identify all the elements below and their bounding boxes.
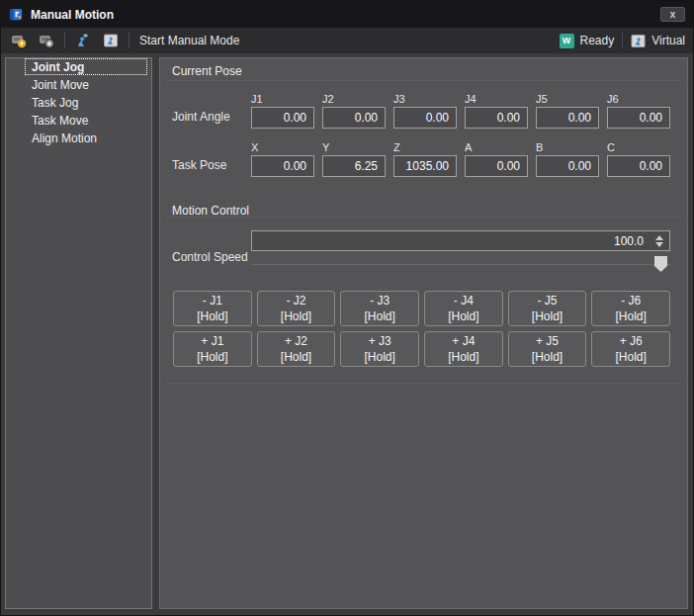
minus-j5-hold-button[interactable]: - J5[Hold] — [508, 291, 587, 326]
hold-label: [Hold] — [592, 308, 669, 324]
joint-angle-label: Joint Angle — [172, 110, 230, 124]
plus-j4-hold-button[interactable]: + J4[Hold] — [424, 331, 503, 367]
toolbar: Start Manual Mode W Ready Virtual — [1, 28, 693, 53]
control-speed-label: Control Speed — [172, 250, 248, 264]
hold-label: [Hold] — [509, 308, 586, 324]
field-label-j6: J6 — [607, 94, 670, 105]
robot-sync-button[interactable] — [37, 31, 56, 50]
minus-j1-hold-button[interactable]: - J1[Hold] — [173, 291, 252, 326]
sidebar-item-task-jog[interactable]: Task Jog — [6, 94, 151, 112]
minus-j2-hold-button[interactable]: - J2[Hold] — [257, 291, 336, 326]
sidebar-item-joint-jog[interactable]: Joint Jog — [6, 58, 151, 76]
field-label-j1: J1 — [251, 94, 314, 105]
j3-field[interactable]: 0.00 — [393, 107, 457, 129]
plus-j6-hold-button[interactable]: + J6[Hold] — [591, 331, 670, 367]
j1-value: 0.00 — [284, 111, 306, 125]
plus-j2-hold-button[interactable]: + J2[Hold] — [257, 331, 336, 367]
content-panel: Current Pose Joint Angle J10.00 J20.00 J… — [159, 57, 688, 609]
plus-j1-hold-button[interactable]: + J1[Hold] — [173, 331, 252, 367]
hold-label: [Hold] — [509, 349, 586, 365]
plus-j5-hold-button[interactable]: + J5[Hold] — [508, 331, 587, 367]
j4-value: 0.00 — [497, 111, 520, 125]
hold-label: [Hold] — [258, 308, 335, 324]
ready-status-label: Ready — [580, 34, 615, 47]
group-separator — [166, 383, 681, 384]
z-field[interactable]: 1035.00 — [393, 155, 457, 177]
jog-label: - J3 — [341, 293, 418, 308]
current-pose-title: Current Pose — [172, 64, 242, 78]
minus-j4-hold-button[interactable]: - J4[Hold] — [424, 291, 503, 326]
minus-j6-hold-button[interactable]: - J6[Hold] — [591, 291, 670, 326]
j4-field[interactable]: 0.00 — [465, 107, 528, 129]
spinner-down-icon[interactable] — [655, 242, 663, 247]
robot-add-button[interactable] — [9, 31, 29, 50]
window-title: Manual Motion — [31, 8, 114, 22]
slider-thumb[interactable] — [654, 256, 667, 272]
jog-label: - J2 — [258, 293, 335, 308]
spinner-up-icon[interactable] — [655, 235, 663, 240]
control-speed-slider[interactable] — [251, 256, 670, 274]
a-field[interactable]: 0.00 — [465, 155, 528, 177]
field-label-b: B — [536, 142, 599, 153]
joint-angle-fields: J10.00 J20.00 J30.00 J40.00 J50.00 J60.0… — [251, 94, 670, 129]
j5-field[interactable]: 0.00 — [536, 107, 599, 129]
field-label-j4: J4 — [465, 94, 528, 105]
field-label-c: C — [607, 142, 670, 153]
sidebar-item-align-motion[interactable]: Align Motion — [6, 130, 151, 147]
virtual-status-label: Virtual — [651, 34, 685, 47]
toolbar-separator — [129, 33, 130, 48]
hold-label: [Hold] — [258, 349, 335, 365]
app-icon — [9, 7, 24, 22]
main-area: Joint Jog Joint Move Task Jog Task Move … — [1, 53, 693, 615]
spinner-arrows — [653, 233, 665, 249]
toolbar-separator — [622, 33, 623, 48]
field-label-a: A — [465, 142, 528, 153]
plus-j3-hold-button[interactable]: + J3[Hold] — [340, 331, 419, 367]
jog-label: + J4 — [425, 333, 502, 349]
robot-add-icon — [11, 33, 27, 48]
c-field[interactable]: 0.00 — [607, 155, 670, 177]
jog-label: + J3 — [341, 333, 418, 349]
y-value: 6.25 — [355, 159, 378, 173]
hold-label: [Hold] — [174, 308, 251, 324]
x-value: 0.00 — [284, 159, 306, 173]
j3-value: 0.00 — [426, 111, 449, 125]
jog-label: + J6 — [592, 333, 669, 349]
start-manual-mode-button[interactable]: Start Manual Mode — [139, 34, 239, 47]
task-pose-fields: X0.00 Y6.25 Z1035.00 A0.00 B0.00 C0.00 — [251, 142, 670, 177]
toolbar-separator — [64, 33, 65, 48]
motion-mode-list: Joint Jog Joint Move Task Jog Task Move … — [5, 57, 152, 609]
field-label-x: X — [251, 142, 314, 153]
ready-badge-icon: W — [560, 34, 574, 48]
field-label-y: Y — [322, 142, 386, 153]
toolbar-status: W Ready Virtual — [560, 33, 685, 48]
j1-field[interactable]: 0.00 — [251, 107, 314, 129]
jog-buttons: - J1[Hold] - J2[Hold] - J3[Hold] - J4[Ho… — [173, 291, 670, 367]
sidebar-item-task-move[interactable]: Task Move — [6, 112, 151, 130]
jog-label: + J1 — [174, 333, 251, 349]
manual-motion-window: Manual Motion x — [0, 0, 694, 616]
b-field[interactable]: 0.00 — [536, 155, 599, 177]
control-speed-spinner[interactable]: 100.0 — [251, 230, 670, 251]
motion-control-title: Motion Control — [172, 204, 249, 218]
j6-value: 0.00 — [640, 111, 662, 125]
minus-j3-hold-button[interactable]: - J3[Hold] — [340, 291, 419, 326]
virtual-robot-button[interactable] — [101, 31, 121, 50]
hold-label: [Hold] — [341, 308, 418, 324]
y-field[interactable]: 6.25 — [322, 155, 386, 177]
robot-sync-icon — [39, 33, 54, 48]
j6-field[interactable]: 0.00 — [607, 107, 670, 129]
hold-label: [Hold] — [425, 349, 502, 365]
field-label-j3: J3 — [393, 94, 457, 105]
j2-field[interactable]: 0.00 — [322, 107, 386, 129]
virtual-robot-icon — [103, 33, 119, 48]
a-value: 0.00 — [497, 159, 520, 173]
robot-arm-button[interactable] — [73, 31, 93, 50]
x-field[interactable]: 0.00 — [251, 155, 314, 177]
titlebar: Manual Motion x — [1, 1, 693, 28]
hold-label: [Hold] — [174, 349, 251, 365]
jog-label: + J2 — [258, 333, 335, 349]
sidebar-item-joint-move[interactable]: Joint Move — [6, 76, 151, 94]
jog-label: - J5 — [509, 293, 586, 308]
close-button[interactable]: x — [660, 7, 685, 22]
